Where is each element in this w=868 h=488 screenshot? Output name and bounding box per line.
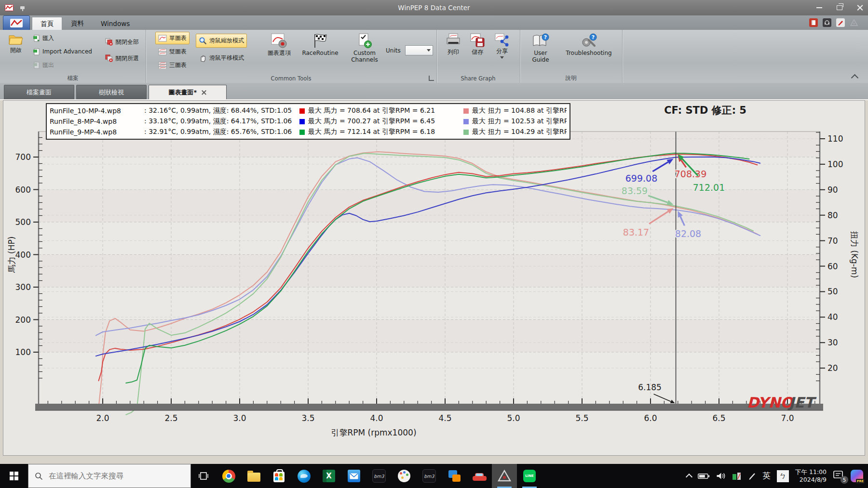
save-icon [470,33,485,48]
troubleshooting-button[interactable]: ? Troubleshooting [560,31,617,74]
csv-export-icon [33,62,40,69]
group-help: ? User Guide ? Troubleshooting 說明 [520,30,623,83]
notification-center-button[interactable]: 5 [833,470,844,482]
custom-channels-button[interactable]: Custom Channels [346,31,383,74]
tab-file-view[interactable]: 檔案畫面 [4,85,74,99]
plot-band [39,190,820,223]
copilot-icon[interactable]: PRE [851,470,863,482]
line-button[interactable]: LINE [517,464,542,488]
triple-chart-button[interactable]: 三圖表 [155,59,190,71]
tray-utility-icon[interactable] [732,472,742,480]
share-button[interactable]: 分享 [490,31,514,74]
tab-windows[interactable]: Windows [93,17,138,30]
car-icon [473,476,487,481]
search-input[interactable] [48,471,190,481]
legend-box[interactable]: RunFile_10-MP-4.wp8 : 32.16°C, 0.99atm, … [46,103,570,140]
torque-color-swatch [463,130,469,135]
vmware-button[interactable] [442,464,467,488]
print-button[interactable]: 列印 [441,31,465,74]
tab-data[interactable]: 資料 [63,17,92,30]
taskbar-clock[interactable]: 下午 11:00 2024/8/9 [795,468,827,484]
ime-language-indicator[interactable]: 英 [763,471,771,481]
microsoft-store-icon [273,472,285,482]
excel-button[interactable]: X [316,464,341,488]
folder-open-icon [8,33,24,46]
application-menu-button[interactable] [3,15,30,30]
minimize-button[interactable] [816,7,822,8]
tray-overflow-icon[interactable] [685,474,692,480]
close-all-button[interactable]: 關閉全部 [102,36,142,48]
mouse-zoom-mode-button[interactable]: 滑鼠縮放模式 [196,34,247,48]
open-label: 開啟 [10,47,22,54]
date-text: 2024/8/9 [795,476,827,484]
svg-text:200: 200 [15,315,31,325]
export-button[interactable]: 匯出 [30,59,57,71]
microsoft-store-button[interactable] [266,464,291,488]
user-guide-button[interactable]: ? User Guide [525,31,556,74]
svg-text:40: 40 [827,312,838,322]
close-selected-button[interactable]: 關閉所選 [102,52,142,65]
document-tab-row: 檔案畫面 樹狀檢視 圖表畫面* [0,83,868,99]
raceroutine-button[interactable]: RaceRoutine [298,31,342,74]
dynojet-logo: DYNOJET [747,394,817,411]
user-guide-book-icon: ? [532,33,549,49]
group-label-help: 說明 [520,75,622,82]
time-text: 下午 11:00 [795,468,827,476]
edge-button[interactable] [291,464,316,488]
torque-color-swatch [463,119,469,124]
csv-import-advanced-icon [33,48,40,55]
taskbar-search[interactable] [28,464,191,488]
units-select[interactable] [405,45,433,55]
file-explorer-button[interactable] [241,464,266,488]
close-tab-icon[interactable] [202,90,206,95]
paint-button[interactable] [392,464,417,488]
tab-home[interactable]: 首頁 [32,17,62,30]
red-notebook-icon[interactable] [809,18,818,27]
open-button[interactable]: 開啟 [4,31,28,74]
mail-button[interactable] [341,464,366,488]
import-button[interactable]: 匯入 [30,32,57,44]
collapse-ribbon-icon[interactable] [851,74,859,82]
quick-access-pin-icon[interactable] [20,6,25,9]
save-button[interactable]: 儲存 [466,31,488,74]
paint-tool-icon[interactable] [836,18,845,27]
car-app-button[interactable] [467,464,492,488]
group-label-share-graph: Share Graph [436,75,520,82]
svg-text:3.0: 3.0 [233,413,246,423]
restore-button[interactable] [837,5,842,10]
svg-text:60: 60 [827,262,838,271]
mouse-pan-mode-button[interactable]: 滑鼠平移模式 [196,51,247,65]
group-share-graph: 列印 儲存 分享 Share Graph [436,30,520,83]
single-chart-button[interactable]: 單圖表 [155,32,190,44]
ime-mode-indicator[interactable]: ㄅ [777,470,789,482]
chart-options-icon [271,33,287,49]
svg-text:90: 90 [827,185,838,195]
chart-options-button[interactable]: 圖表選項 [264,31,294,74]
import-advanced-button[interactable]: Import Advanced [30,45,95,58]
notification-count-badge: 5 [841,476,848,484]
chrome-button[interactable] [216,464,241,488]
svg-text:5.5: 5.5 [575,413,588,423]
close-button[interactable] [857,5,863,11]
bm3-button[interactable]: bm3 [366,464,392,488]
svg-text:700: 700 [15,152,31,162]
bm3-2-button[interactable]: bm3 [417,464,442,488]
tab-tree-view[interactable]: 樹狀檢視 [76,85,147,99]
system-tray: 英 ㄅ 下午 11:00 2024/8/9 5 PRE [687,464,868,488]
file-explorer-icon [247,473,260,482]
winpep-app-icon [5,4,14,11]
tab-chart-view[interactable]: 圖表畫面* [149,85,227,99]
dual-chart-button[interactable]: 雙圖表 [155,45,190,58]
start-button[interactable] [0,464,28,488]
vmware-icon [448,470,461,483]
headset-icon[interactable] [823,18,831,27]
dynojet-winpep-button[interactable] [492,464,517,488]
volume-icon[interactable] [716,472,726,480]
svg-text:6.0: 6.0 [644,413,657,423]
chrome-icon [222,470,235,483]
svg-text:2.0: 2.0 [96,413,109,423]
task-view-button[interactable] [191,464,216,488]
legend-row: RunFile_8-MP-4.wp8 : 33.18°C, 0.99atm, 濕… [50,116,567,127]
pen-icon[interactable] [748,472,757,480]
battery-icon[interactable] [698,473,710,479]
